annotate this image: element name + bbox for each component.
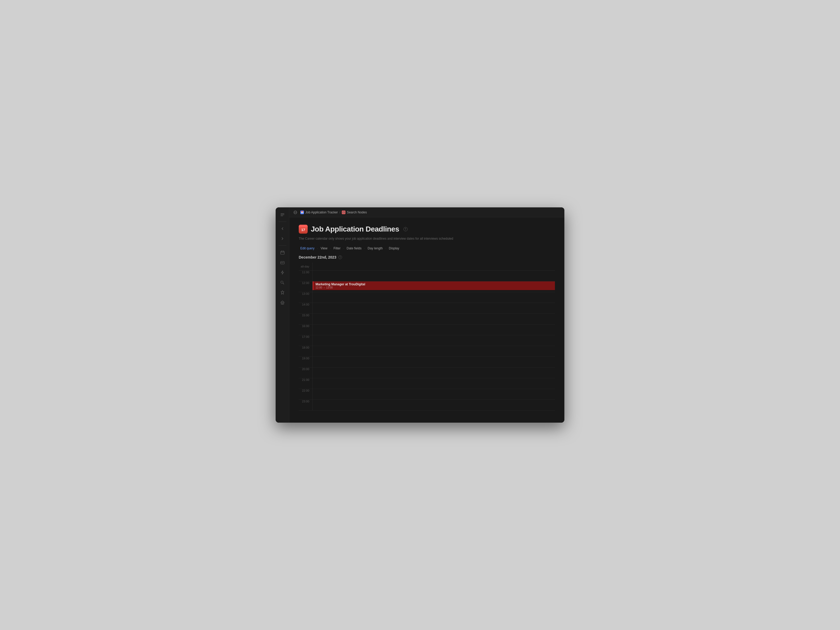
date-header: December 22nd, 2023 ? (299, 255, 555, 259)
all-day-label: all-day (299, 265, 313, 268)
time-slot-15[interactable] (313, 314, 555, 324)
sidebar-divider-2 (278, 245, 286, 246)
page-content: 17 Job Application Deadlines ? The Caree… (289, 217, 564, 423)
sidebar-divider-1 (278, 221, 286, 222)
time-label-15: 15:00 (299, 314, 313, 317)
time-slot-23[interactable] (313, 400, 555, 410)
page-help-icon[interactable]: ? (403, 227, 408, 231)
page-header: 17 Job Application Deadlines ? (299, 225, 555, 234)
time-label-20: 20:00 (299, 368, 313, 371)
event-time: 12:00 → 13:00 (316, 286, 553, 289)
breadcrumb: 📅 Job Application Tracker / 🎧 Search Nod… (300, 210, 367, 214)
filter-button[interactable]: Filter (332, 246, 342, 251)
day-length-button[interactable]: Day length (366, 246, 384, 251)
time-label-23: 23:00 (299, 400, 313, 403)
time-row-13: 13:00 (299, 292, 555, 303)
time-row-21: 21:00 (299, 378, 555, 389)
time-label-21: 21:00 (299, 378, 313, 381)
svg-rect-2 (281, 216, 283, 216)
time-label-17: 17:00 (299, 335, 313, 338)
svg-rect-3 (281, 251, 284, 254)
time-slot-20[interactable] (313, 368, 555, 378)
app-window: 📅 Job Application Tracker / 🎧 Search Nod… (276, 207, 564, 423)
time-slot-18[interactable] (313, 346, 555, 357)
sidebar (276, 207, 289, 423)
svg-rect-5 (283, 251, 284, 252)
all-day-content (313, 262, 555, 270)
date-help-icon[interactable]: ? (338, 256, 342, 259)
time-slot-12[interactable]: Marketing Manager at TrouDigital 12:00 →… (313, 281, 555, 292)
svg-line-9 (283, 283, 284, 284)
time-row-14: 14:00 (299, 303, 555, 314)
edit-query-button[interactable]: Edit query (299, 246, 316, 251)
time-label-22: 22:00 (299, 389, 313, 392)
display-button[interactable]: Display (387, 246, 401, 251)
time-row-23: 23:00 (299, 400, 555, 411)
time-label-11: 11:00 (299, 271, 313, 274)
time-row-11: 11:00 (299, 271, 555, 281)
svg-rect-4 (281, 251, 282, 252)
calendar-page-icon: 17 (299, 225, 308, 234)
calendar-area: all-day 11:00 12:00 Mar (299, 262, 555, 423)
time-row-20: 20:00 (299, 368, 555, 378)
time-rows: 11:00 12:00 Marketing Manager at TrouDig… (299, 271, 555, 423)
time-slot-13[interactable] (313, 292, 555, 303)
breadcrumb-sep: / (339, 210, 340, 214)
svg-rect-0 (281, 213, 284, 214)
time-slot-17[interactable] (313, 335, 555, 346)
time-slot-19[interactable] (313, 357, 555, 367)
time-row-12: 12:00 Marketing Manager at TrouDigital 1… (299, 281, 555, 292)
event-block[interactable]: Marketing Manager at TrouDigital 12:00 →… (313, 281, 555, 290)
pin-nav-icon[interactable] (278, 288, 287, 297)
tracker-cal-icon: 📅 (300, 210, 304, 214)
breadcrumb-tracker[interactable]: 📅 Job Application Tracker (300, 210, 338, 214)
time-row-18: 18:00 (299, 346, 555, 357)
breadcrumb-search[interactable]: 🎧 Search Nodes (342, 210, 367, 214)
time-label-14: 14:00 (299, 303, 313, 306)
time-label-16: 16:00 (299, 324, 313, 328)
event-title: Marketing Manager at TrouDigital (316, 283, 553, 286)
search-nodes-icon: 🎧 (342, 210, 346, 214)
time-slot-11[interactable] (313, 271, 555, 281)
current-date: December 22nd, 2023 (299, 255, 336, 259)
forward-icon[interactable] (278, 234, 287, 243)
inbox-nav-icon[interactable] (278, 258, 287, 267)
time-label-19: 19:00 (299, 357, 313, 360)
lightning-nav-icon[interactable] (278, 268, 287, 277)
home-nav-icon[interactable] (278, 298, 287, 306)
calendar-nav-icon[interactable] (278, 248, 287, 257)
topbar: 📅 Job Application Tracker / 🎧 Search Nod… (289, 207, 564, 217)
time-label-13: 13:00 (299, 292, 313, 295)
time-label-12: 12:00 (299, 281, 313, 284)
time-row-16: 16:00 (299, 324, 555, 335)
time-row-22: 22:00 (299, 389, 555, 400)
time-row-15: 15:00 (299, 314, 555, 324)
time-slot-21[interactable] (313, 378, 555, 389)
time-slot-14[interactable] (313, 303, 555, 313)
page-subtitle: The Career calendar only shows your job … (299, 236, 555, 241)
breadcrumb-search-label[interactable]: Search Nodes (347, 210, 367, 214)
time-row-19: 19:00 (299, 357, 555, 368)
page-title: Job Application Deadlines (311, 225, 399, 234)
time-slot-22[interactable] (313, 389, 555, 399)
toolbar: Edit query · View · Filter · Date fields… (299, 246, 555, 251)
all-day-row: all-day (299, 262, 555, 271)
sidebar-toggle-icon[interactable] (278, 210, 287, 219)
date-fields-button[interactable]: Date fields (345, 246, 363, 251)
search-nav-icon[interactable] (278, 278, 287, 287)
view-button[interactable]: View (319, 246, 329, 251)
time-label-18: 18:00 (299, 346, 313, 349)
time-row-17: 17:00 (299, 335, 555, 346)
main-content: 📅 Job Application Tracker / 🎧 Search Nod… (289, 207, 564, 423)
globe-icon[interactable] (292, 210, 298, 215)
time-slot-16[interactable] (313, 324, 555, 335)
svg-rect-1 (281, 215, 284, 215)
back-icon[interactable] (278, 224, 287, 233)
breadcrumb-tracker-label[interactable]: Job Application Tracker (305, 210, 338, 214)
